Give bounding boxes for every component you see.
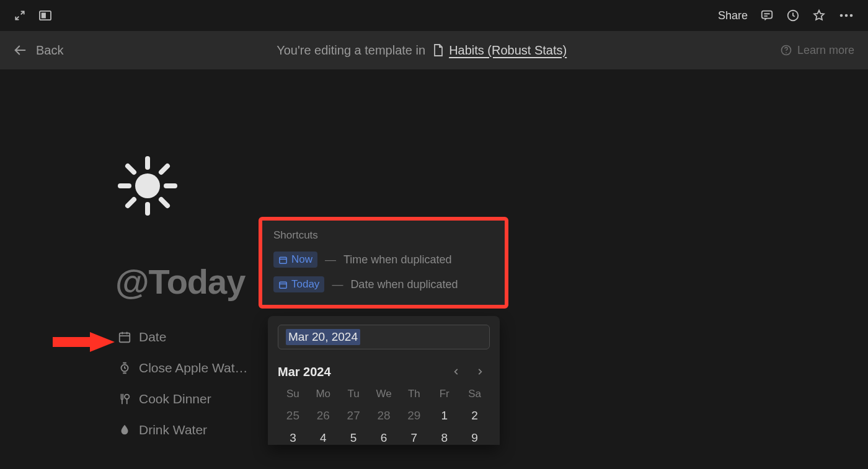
calendar-day-prev[interactable]: 27	[339, 409, 369, 423]
svg-rect-1	[42, 13, 46, 19]
svg-line-16	[128, 199, 134, 206]
peek-mode-icon[interactable]	[38, 10, 52, 21]
pill-label: Now	[291, 253, 312, 266]
star-icon[interactable]	[812, 9, 826, 22]
svg-point-9	[135, 173, 160, 198]
property-date[interactable]: Date	[118, 330, 247, 344]
svg-rect-22	[280, 257, 286, 263]
pill-label: Today	[291, 278, 319, 291]
property-label: Close Apple Wat…	[139, 361, 247, 375]
dow: We	[369, 388, 399, 400]
property-label: Date	[139, 330, 166, 344]
calendar-grid: Su Mo Tu We Th Fr Sa 25 26 27 28 29 1 2 …	[278, 388, 490, 445]
shortcut-desc: Time when duplicated	[343, 253, 451, 266]
svg-line-14	[128, 166, 134, 172]
calendar-day-prev[interactable]: 25	[278, 409, 308, 423]
document-icon	[433, 43, 444, 57]
calendar-icon	[278, 255, 288, 265]
calendar-day[interactable]: 5	[339, 431, 369, 445]
share-button[interactable]: Share	[718, 9, 748, 22]
property-label: Cook Dinner	[139, 392, 211, 406]
property-close-apple-watch[interactable]: Close Apple Wat…	[118, 361, 247, 375]
back-button[interactable]: Back	[14, 43, 63, 58]
svg-point-8	[786, 52, 787, 53]
dow: Fr	[429, 388, 459, 400]
calendar-day-prev[interactable]: 26	[308, 409, 339, 423]
page-sun-icon[interactable]	[118, 156, 177, 218]
learn-more-label: Learn more	[797, 44, 854, 57]
svg-rect-2	[762, 11, 773, 19]
shortcuts-panel: Shortcuts Now — Time when duplicated Tod…	[259, 217, 508, 309]
calendar-icon	[118, 330, 131, 344]
calendar-day[interactable]: 2	[459, 409, 490, 423]
chevron-left-icon	[452, 367, 461, 376]
calendar-day[interactable]: 7	[399, 431, 429, 445]
dow: Su	[278, 388, 308, 400]
date-picker-popover: Mar 20, 2024 Mar 2024 Su Mo Tu We Th Fr …	[268, 316, 500, 445]
svg-point-21	[125, 395, 129, 399]
svg-line-17	[161, 166, 167, 172]
shortcuts-heading: Shortcuts	[273, 229, 494, 242]
svg-rect-19	[120, 333, 130, 343]
calendar-prev-button[interactable]	[446, 363, 466, 380]
calendar-day[interactable]: 4	[308, 431, 339, 445]
banner-message: You're editing a template in	[277, 43, 425, 58]
more-icon[interactable]	[838, 9, 854, 22]
calendar-day-prev[interactable]: 28	[369, 409, 399, 423]
dow: Tu	[339, 388, 369, 400]
calendar-day[interactable]: 8	[429, 431, 459, 445]
dow: Sa	[459, 388, 490, 400]
calendar-day[interactable]: 1	[429, 409, 459, 423]
svg-rect-23	[280, 282, 286, 288]
svg-line-15	[161, 199, 167, 206]
svg-marker-18	[53, 332, 115, 352]
calendar-icon	[278, 280, 288, 289]
date-input-value: Mar 20, 2024	[286, 329, 360, 345]
window-toolbar: Share	[0, 0, 868, 31]
shortcut-desc: Date when duplicated	[350, 278, 458, 291]
property-list: Date Close Apple Wat… Cook Dinner Drink …	[118, 330, 247, 437]
svg-point-6	[850, 14, 853, 17]
calendar-month-label: Mar 2024	[278, 365, 331, 379]
shortcut-now[interactable]: Now — Time when duplicated	[273, 252, 494, 268]
help-icon	[780, 44, 792, 56]
date-input[interactable]: Mar 20, 2024	[278, 325, 490, 349]
svg-point-4	[840, 14, 843, 17]
drop-icon	[118, 423, 131, 437]
shortcut-today[interactable]: Today — Date when duplicated	[273, 276, 494, 292]
property-cook-dinner[interactable]: Cook Dinner	[118, 392, 247, 406]
dash: —	[325, 253, 336, 266]
property-drink-water[interactable]: Drink Water	[118, 423, 247, 437]
calendar-day[interactable]: 3	[278, 431, 308, 445]
template-doc-title: Habits (Robust Stats)	[449, 43, 567, 58]
property-label: Drink Water	[139, 423, 207, 437]
template-banner: Back You're editing a template in Habits…	[0, 31, 868, 69]
page-title[interactable]: @Today	[115, 261, 245, 302]
expand-icon[interactable]	[14, 9, 26, 22]
back-label: Back	[36, 43, 63, 58]
utensils-icon	[118, 392, 131, 406]
calendar-day[interactable]: 6	[369, 431, 399, 445]
comments-icon[interactable]	[760, 9, 774, 22]
calendar-day-prev[interactable]: 29	[399, 409, 429, 423]
dow: Th	[399, 388, 429, 400]
dash: —	[332, 278, 343, 291]
calendar-next-button[interactable]	[470, 363, 490, 380]
dow: Mo	[308, 388, 339, 400]
learn-more-link[interactable]: Learn more	[780, 44, 854, 57]
chevron-right-icon	[476, 367, 484, 376]
template-doc-link[interactable]: Habits (Robust Stats)	[433, 43, 567, 58]
watch-icon	[118, 361, 131, 375]
annotation-arrow-icon	[53, 330, 115, 357]
calendar-day[interactable]: 9	[459, 431, 490, 445]
clock-icon[interactable]	[786, 9, 800, 22]
svg-point-5	[845, 14, 848, 17]
